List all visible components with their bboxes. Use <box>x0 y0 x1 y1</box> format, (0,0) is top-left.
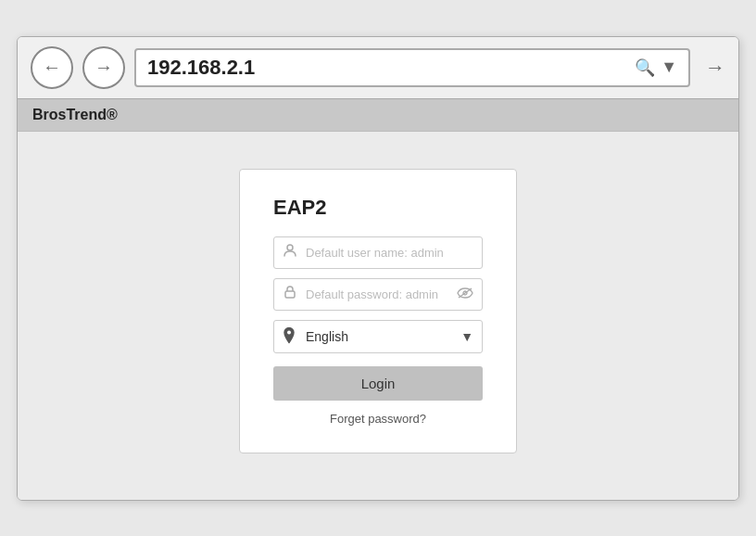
location-pin-icon <box>283 326 296 346</box>
dropdown-icon[interactable]: ▼ <box>661 57 677 77</box>
back-icon: ← <box>43 57 61 78</box>
browser-toolbar: ← → 192.168.2.1 🔍 ▼ → <box>18 37 738 99</box>
address-bar-icons: 🔍 ▼ <box>635 57 677 78</box>
svg-rect-1 <box>285 291 295 298</box>
navigate-forward-icon[interactable]: → <box>705 56 725 80</box>
login-button[interactable]: Login <box>273 366 483 401</box>
svg-point-4 <box>287 330 291 334</box>
username-input[interactable] <box>273 236 483 269</box>
browser-window: ← → 192.168.2.1 🔍 ▼ → BrosTrend® EAP2 <box>17 36 739 501</box>
page-content: EAP2 <box>18 132 738 500</box>
language-wrapper: English Chinese French German Spanish ▼ <box>273 320 483 353</box>
password-wrapper <box>273 278 483 311</box>
forward-button[interactable]: → <box>82 46 125 89</box>
svg-point-0 <box>287 245 293 250</box>
login-title: EAP2 <box>273 196 483 220</box>
user-icon <box>283 243 297 262</box>
language-select[interactable]: English Chinese French German Spanish <box>273 320 483 353</box>
address-text: 192.168.2.1 <box>147 56 627 80</box>
back-button[interactable]: ← <box>31 46 73 89</box>
toggle-password-icon[interactable] <box>457 287 473 301</box>
search-icon[interactable]: 🔍 <box>635 57 655 78</box>
password-input[interactable] <box>273 278 483 311</box>
brand-name: BrosTrend® <box>32 107 118 122</box>
forgot-password-link[interactable]: Forget password? <box>330 412 426 426</box>
forward-icon: → <box>94 57 113 78</box>
address-bar[interactable]: 192.168.2.1 🔍 ▼ <box>134 48 690 87</box>
login-card: EAP2 <box>239 169 517 453</box>
username-wrapper <box>273 236 483 269</box>
brand-bar: BrosTrend® <box>18 99 738 132</box>
lock-icon <box>283 285 297 303</box>
